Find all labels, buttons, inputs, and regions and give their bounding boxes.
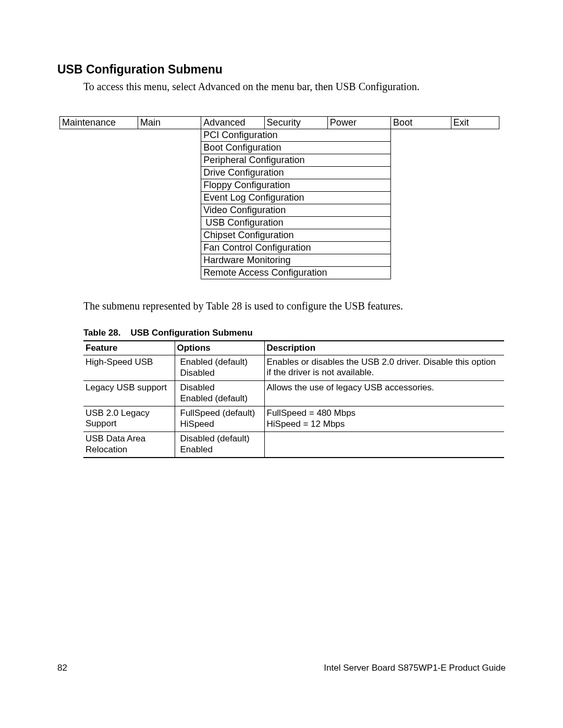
feature-table: Feature Options Description High-Speed U… xyxy=(83,340,504,458)
submenu-item: Fan Control Configuration xyxy=(201,242,391,254)
table-row: Legacy USB support Disabled Enabled (def… xyxy=(83,381,504,406)
menu-tab-boot: Boot xyxy=(391,117,451,129)
submenu-item-selected: USB Configuration xyxy=(201,217,391,229)
menu-tab-power: Power xyxy=(327,117,390,129)
cell-feature: High-Speed USB xyxy=(83,355,175,381)
submenu-item: Remote Access Configuration xyxy=(201,267,391,279)
submenu-item: Chipset Configuration xyxy=(201,229,391,242)
table-caption-title: USB Configuration Submenu xyxy=(130,328,252,338)
page-number: 82 xyxy=(57,663,67,673)
cell-options: Disabled (default) Enabled xyxy=(175,432,264,458)
cell-feature: Legacy USB support xyxy=(83,381,175,406)
menu-tab-main: Main xyxy=(138,117,201,129)
submenu-item: Drive Configuration xyxy=(201,167,391,179)
cell-feature: USB 2.0 Legacy Support xyxy=(83,406,175,432)
menu-tab-security: Security xyxy=(264,117,327,129)
menu-tab-exit: Exit xyxy=(451,117,499,129)
table-caption: Table 28. USB Configuration Submenu xyxy=(83,328,506,338)
th-feature: Feature xyxy=(83,341,175,355)
table-row: High-Speed USB Enabled (default) Disable… xyxy=(83,355,504,381)
submenu-item: Video Configuration xyxy=(201,204,391,217)
th-options: Options xyxy=(175,341,264,355)
th-description: Description xyxy=(264,341,504,355)
table-row: USB Data Area Relocation Disabled (defau… xyxy=(83,432,504,458)
cell-options: Disabled Enabled (default) xyxy=(175,381,264,406)
document-title: Intel Server Board S875WP1-E Product Gui… xyxy=(324,663,506,673)
submenu-item: Floppy Configuration xyxy=(201,179,391,192)
menu-tab-advanced: Advanced xyxy=(201,117,264,129)
submenu-item: Hardware Monitoring xyxy=(201,254,391,267)
cell-options: FullSpeed (default) HiSpeed xyxy=(175,406,264,432)
cell-description xyxy=(264,432,504,458)
submenu-item: Peripheral Configuration xyxy=(201,154,391,167)
table-row: USB 2.0 Legacy Support FullSpeed (defaul… xyxy=(83,406,504,432)
submenu-item: PCI Configuration xyxy=(201,129,391,142)
cell-options: Enabled (default) Disabled xyxy=(175,355,264,381)
section-heading: USB Configuration Submenu xyxy=(57,63,506,77)
submenu-item: Boot Configuration xyxy=(201,142,391,154)
cell-feature: USB Data Area Relocation xyxy=(83,432,175,458)
cell-description: Enables or disables the USB 2.0 driver. … xyxy=(264,355,504,381)
page-footer: 82 Intel Server Board S875WP1-E Product … xyxy=(57,663,506,673)
cell-description: FullSpeed = 480 Mbps HiSpeed = 12 Mbps xyxy=(264,406,504,432)
bios-menu-table: Maintenance Main Advanced Security Power… xyxy=(59,116,499,279)
table-caption-label: Table 28. xyxy=(83,328,121,338)
submenu-item: Event Log Configuration xyxy=(201,192,391,204)
intro-paragraph: To access this menu, select Advanced on … xyxy=(83,81,506,93)
cell-description: Allows the use of legacy USB accessories… xyxy=(264,381,504,406)
body-paragraph: The submenu represented by Table 28 is u… xyxy=(83,300,506,312)
menu-tab-maintenance: Maintenance xyxy=(60,117,138,129)
